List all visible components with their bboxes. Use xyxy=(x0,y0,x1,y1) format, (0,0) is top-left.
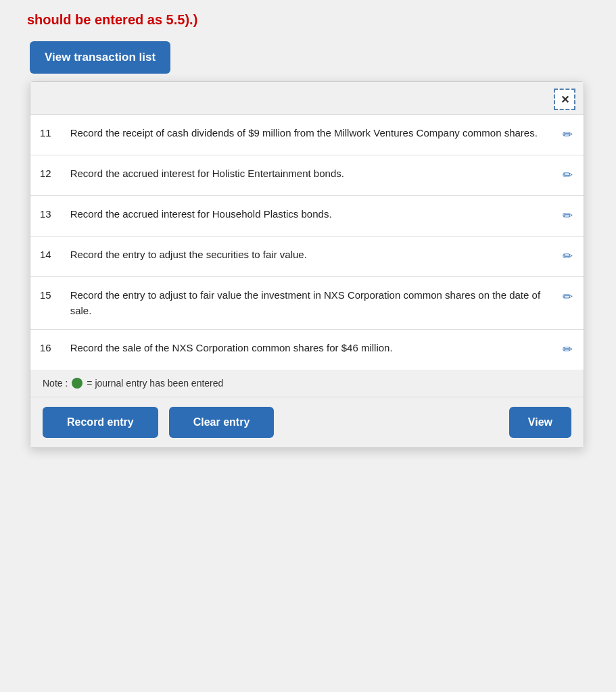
row-number: 13 xyxy=(30,196,61,237)
table-row: 11 Record the receipt of cash dividends … xyxy=(30,115,584,155)
table-row: 13 Record the accrued interest for House… xyxy=(30,196,584,237)
note-text: = journal entry has been entered xyxy=(87,378,223,389)
table-row: 16 Record the sale of the NXS Corporatio… xyxy=(30,330,584,370)
edit-icon[interactable]: ✏ xyxy=(563,249,573,263)
modal-header: ✕ xyxy=(30,82,584,115)
note-prefix: Note : xyxy=(43,378,68,389)
note-row: Note : = journal entry has been entered xyxy=(30,370,584,397)
edit-icon[interactable]: ✏ xyxy=(563,343,573,356)
edit-cell[interactable]: ✏ xyxy=(551,115,584,155)
row-description: Record the entry to adjust the securitie… xyxy=(61,237,551,277)
row-number: 15 xyxy=(30,277,61,330)
row-number: 16 xyxy=(30,330,61,370)
edit-cell[interactable]: ✏ xyxy=(551,155,584,196)
table-row: 15 Record the entry to adjust to fair va… xyxy=(30,277,584,330)
edit-cell[interactable]: ✏ xyxy=(551,237,584,277)
close-button[interactable]: ✕ xyxy=(554,89,575,110)
edit-cell[interactable]: ✏ xyxy=(551,277,584,330)
view-transaction-button[interactable]: View transaction list xyxy=(30,41,170,74)
transaction-modal: ✕ 11 Record the receipt of cash dividend… xyxy=(30,81,584,448)
edit-icon[interactable]: ✏ xyxy=(563,290,573,303)
modal-footer: Record entry Clear entry View xyxy=(30,397,584,447)
row-description: Record the entry to adjust to fair value… xyxy=(61,277,551,330)
row-number: 12 xyxy=(30,155,61,196)
row-description: Record the accrued interest for Holistic… xyxy=(61,155,551,196)
edit-icon[interactable]: ✏ xyxy=(563,128,573,141)
edit-icon[interactable]: ✏ xyxy=(563,209,573,222)
edit-cell[interactable]: ✏ xyxy=(551,196,584,237)
view-button[interactable]: View xyxy=(509,407,571,438)
record-entry-button[interactable]: Record entry xyxy=(43,407,158,438)
edit-icon[interactable]: ✏ xyxy=(563,168,573,182)
table-row: 14 Record the entry to adjust the securi… xyxy=(30,237,584,277)
row-number: 14 xyxy=(30,237,61,277)
row-description: Record the sale of the NXS Corporation c… xyxy=(61,330,551,370)
hint-text: should be entered as 5.5).) xyxy=(0,0,616,34)
clear-entry-button[interactable]: Clear entry xyxy=(169,407,275,438)
edit-cell[interactable]: ✏ xyxy=(551,330,584,370)
row-description: Record the receipt of cash dividends of … xyxy=(61,115,551,155)
row-description: Record the accrued interest for Househol… xyxy=(61,196,551,237)
table-row: 12 Record the accrued interest for Holis… xyxy=(30,155,584,196)
transaction-table: 11 Record the receipt of cash dividends … xyxy=(30,115,584,370)
row-number: 11 xyxy=(30,115,61,155)
green-dot-icon xyxy=(72,378,82,389)
